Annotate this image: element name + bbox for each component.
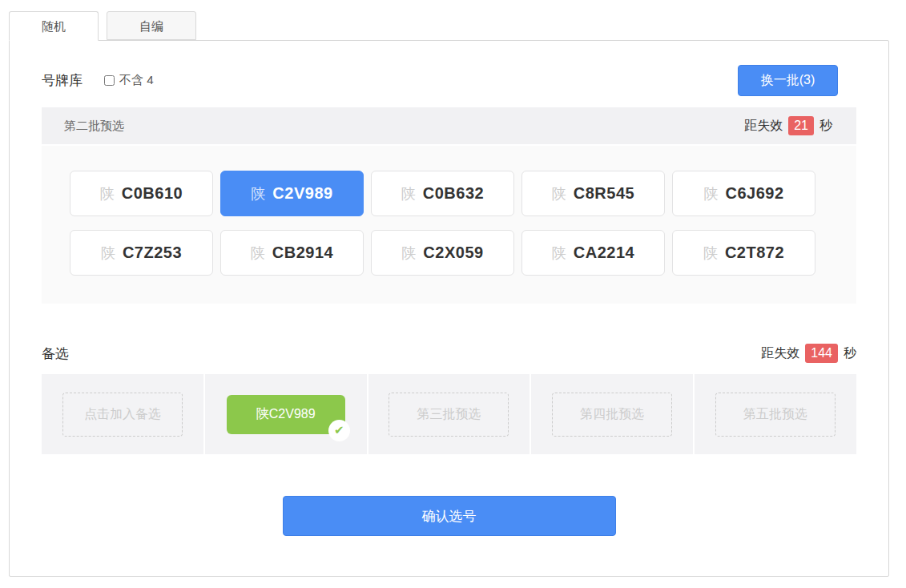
- plate-card[interactable]: 陕C2X059: [371, 230, 514, 276]
- alternative-placeholder-label: 第四批预选: [580, 406, 644, 423]
- expiry-countdown-badge: 144: [805, 344, 838, 363]
- alternative-slot: 第五批预选: [693, 374, 856, 454]
- alternatives-expiry: 距失效 144 秒: [761, 344, 856, 363]
- plate-number: C2X059: [423, 244, 483, 262]
- confirm-area: 确认选号: [42, 496, 856, 536]
- batch-section-header: 第二批预选 距失效 21 秒: [42, 107, 856, 146]
- alternative-placeholder[interactable]: 点击加入备选: [62, 393, 183, 437]
- alternative-slot: 点击加入备选: [42, 374, 203, 454]
- plate-number: C0B610: [122, 184, 183, 203]
- plate-province: 陕: [703, 184, 718, 203]
- alternatives-header: 备选 距失效 144 秒: [42, 344, 856, 363]
- plate-province: 陕: [101, 244, 115, 263]
- plate-card[interactable]: 陕CA2214: [521, 230, 665, 276]
- library-toolbar: 号牌库 不含 4 换一批(3): [42, 65, 856, 96]
- alternative-slot: 第四批预选: [530, 374, 693, 454]
- expiry-suffix: 秒: [819, 118, 832, 135]
- alternative-placeholder[interactable]: 第四批预选: [552, 393, 672, 437]
- alternative-slot: 第三批预选: [367, 374, 530, 454]
- alternative-placeholder[interactable]: 第三批预选: [389, 393, 509, 437]
- plate-province: 陕: [552, 184, 566, 203]
- plate-card[interactable]: 陕CB2914: [220, 230, 364, 276]
- plate-number: C8R545: [574, 184, 634, 203]
- plate-card[interactable]: 陕C6J692: [672, 171, 815, 216]
- plate-selection-panel: 号牌库 不含 4 换一批(3) 第二批预选 距失效 21 秒 陕C0B610陕C…: [9, 40, 889, 577]
- alternative-selected-plate[interactable]: 陕C2V989✔: [227, 395, 345, 434]
- batch-section: 第二批预选 距失效 21 秒 陕C0B610陕C2V989陕C0B632陕C8R…: [42, 107, 856, 304]
- plate-number: CA2214: [574, 244, 634, 262]
- plate-number: C6J692: [725, 184, 783, 203]
- plate-province: 陕: [401, 184, 416, 203]
- exclude4-option[interactable]: 不含 4: [104, 73, 154, 88]
- plate-province: 陕: [100, 184, 115, 203]
- tab-custom[interactable]: 自编: [107, 11, 196, 40]
- confirm-selection-button[interactable]: 确认选号: [283, 496, 616, 536]
- plate-number: C2V989: [272, 184, 332, 203]
- refresh-batch-button[interactable]: 换一批(3): [738, 65, 838, 96]
- batch-expiry: 距失效 21 秒: [744, 116, 832, 135]
- plate-card[interactable]: 陕C0B610: [70, 171, 213, 216]
- library-title: 号牌库: [42, 71, 83, 90]
- alternatives-title: 备选: [42, 344, 69, 363]
- plate-province: 陕: [703, 244, 718, 263]
- tab-random[interactable]: 随机: [9, 11, 99, 41]
- plate-province: 陕: [251, 184, 265, 203]
- alternatives-row: 点击加入备选陕C2V989✔第三批预选第四批预选第五批预选: [42, 374, 856, 454]
- plate-card[interactable]: 陕C0B632: [371, 171, 514, 216]
- plate-number: C0B632: [423, 184, 484, 203]
- exclude4-label: 不含 4: [119, 73, 154, 88]
- expiry-prefix: 距失效: [761, 345, 799, 362]
- expiry-suffix: 秒: [844, 345, 856, 362]
- expiry-countdown-badge: 21: [788, 116, 814, 135]
- plate-province: 陕: [552, 244, 566, 263]
- alternative-placeholder-label: 第三批预选: [417, 406, 481, 423]
- alternative-plate-label: 陕C2V989: [256, 406, 316, 423]
- plate-number: CB2914: [272, 244, 333, 262]
- batch-title: 第二批预选: [64, 119, 124, 134]
- alternative-placeholder[interactable]: 第五批预选: [715, 393, 836, 437]
- plate-number: C2T872: [725, 244, 784, 262]
- alternative-placeholder-label: 第五批预选: [743, 406, 807, 423]
- alternative-slot: 陕C2V989✔: [203, 374, 367, 454]
- exclude4-checkbox[interactable]: [104, 75, 115, 86]
- alternative-placeholder-label: 点击加入备选: [84, 406, 161, 423]
- expiry-prefix: 距失效: [744, 118, 783, 135]
- plate-card[interactable]: 陕C2T872: [672, 230, 815, 276]
- plate-number: C7Z253: [123, 244, 182, 262]
- plate-province: 陕: [251, 244, 265, 263]
- plate-card[interactable]: 陕C8R545: [521, 171, 665, 216]
- tab-bar: 随机 自编: [9, 11, 196, 41]
- plate-grid: 陕C0B610陕C2V989陕C0B632陕C8R545陕C6J692陕C7Z2…: [42, 146, 856, 304]
- plate-card[interactable]: 陕C7Z253: [70, 230, 213, 276]
- plate-province: 陕: [401, 244, 416, 263]
- check-icon: ✔: [328, 420, 350, 441]
- plate-card[interactable]: 陕C2V989: [220, 171, 364, 216]
